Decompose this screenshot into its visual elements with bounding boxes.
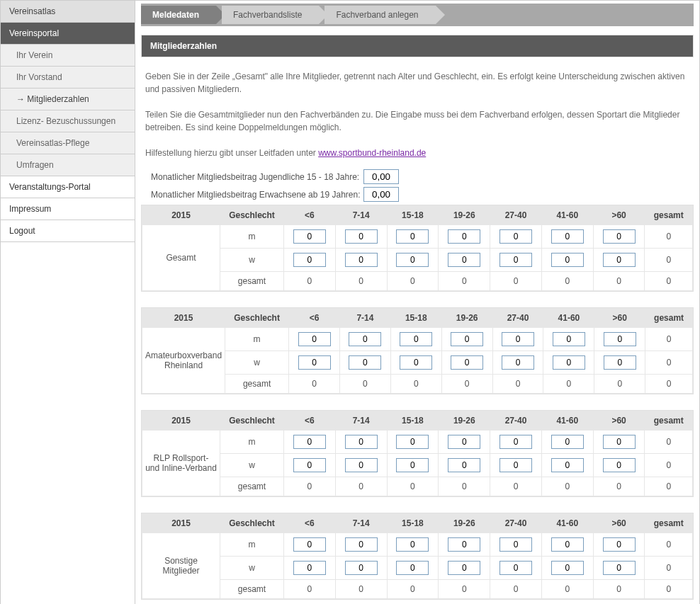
sidebar-item-logout[interactable]: Logout	[1, 220, 135, 242]
input-s4-m-c7[interactable]	[603, 537, 636, 552]
col-c6: 41-60	[541, 411, 593, 431]
tab-fachverband-anlegen[interactable]: Fachverband anlegen	[324, 6, 435, 24]
tab-meldedaten[interactable]: Meldedaten	[141, 6, 216, 24]
col-total: gesamt	[645, 206, 693, 225]
input-s3-w-c5[interactable]	[499, 458, 532, 472]
input-s1-m-c4[interactable]	[448, 229, 480, 244]
input-s1-w-c4[interactable]	[448, 253, 480, 267]
section-name-s2: Amateurboxverband Rheinland	[142, 328, 225, 394]
input-s3-m-c1[interactable]	[293, 435, 326, 449]
col-gender: Geschlecht	[220, 206, 284, 225]
col-year: 2015	[142, 514, 220, 533]
col-c1: <6	[289, 309, 340, 328]
input-s4-m-c3[interactable]	[396, 537, 429, 552]
input-s4-w-c1[interactable]	[293, 561, 326, 575]
sidebar-item-umfragen[interactable]: Umfragen	[1, 154, 135, 176]
input-s2-m-c6[interactable]	[553, 332, 585, 346]
input-s2-w-c2[interactable]	[349, 355, 381, 370]
input-s1-w-c3[interactable]	[396, 253, 429, 267]
input-s1-m-c5[interactable]	[499, 229, 532, 244]
input-s2-w-c7[interactable]	[604, 355, 636, 370]
input-s1-m-c7[interactable]	[603, 229, 636, 244]
input-s4-m-c4[interactable]	[448, 537, 480, 552]
sum-s4-tot: 0	[645, 580, 693, 599]
input-s3-w-c2[interactable]	[345, 458, 378, 472]
input-s4-w-c3[interactable]	[396, 561, 429, 575]
input-s2-m-c4[interactable]	[451, 332, 483, 346]
sidebar-item-vereinsatlas[interactable]: Vereinsatlas	[1, 1, 135, 23]
input-s3-w-c7[interactable]	[603, 458, 636, 472]
panel-mitgliederzahlen: Mitgliederzahlen	[141, 35, 694, 57]
input-s3-w-c6[interactable]	[551, 458, 584, 472]
input-s4-w-c4[interactable]	[448, 561, 480, 575]
input-s1-m-c1[interactable]	[293, 229, 326, 244]
section-s4: 2015Geschlecht<67-1415-1819-2627-4041-60…	[141, 513, 694, 600]
input-s1-m-c2[interactable]	[345, 229, 378, 244]
input-s1-w-c2[interactable]	[345, 253, 378, 267]
input-s3-w-c1[interactable]	[293, 458, 326, 472]
input-s3-m-c5[interactable]	[499, 435, 532, 449]
input-s3-w-c3[interactable]	[396, 458, 429, 472]
input-s2-m-c5[interactable]	[502, 332, 534, 346]
sidebar-item-vereinsportal[interactable]: Vereinsportal	[1, 23, 135, 45]
tab-fachverbandsliste[interactable]: Fachverbandsliste	[222, 6, 319, 24]
input-s2-w-c4[interactable]	[451, 355, 483, 370]
fee-youth-input[interactable]	[363, 169, 399, 184]
input-s3-m-c2[interactable]	[345, 435, 378, 449]
input-s2-w-c3[interactable]	[400, 355, 432, 370]
sum-s2-tot: 0	[645, 375, 693, 394]
input-s3-m-c6[interactable]	[551, 435, 584, 449]
gender-gesamt: gesamt	[220, 272, 284, 291]
gender-m: m	[220, 533, 284, 557]
input-s4-m-c2[interactable]	[345, 537, 378, 552]
total-s2-m: 0	[645, 328, 693, 351]
col-c5: 27-40	[490, 206, 542, 225]
sidebar-item-ihr-vorstand[interactable]: Ihr Vorstand	[1, 67, 135, 89]
col-c6: 41-60	[541, 514, 593, 533]
input-s3-m-c4[interactable]	[448, 435, 480, 449]
sidebar-item-veranstaltungs-portal[interactable]: Veranstaltungs-Portal	[1, 176, 135, 198]
input-s2-w-c1[interactable]	[298, 355, 331, 370]
input-s2-w-c6[interactable]	[553, 355, 585, 370]
input-s1-w-c5[interactable]	[499, 253, 532, 267]
input-s1-w-c6[interactable]	[551, 253, 584, 267]
input-s4-m-c1[interactable]	[293, 537, 326, 552]
input-s2-w-c5[interactable]	[502, 355, 534, 370]
sidebar: Vereinsatlas Vereinsportal Ihr Verein Ih…	[1, 1, 135, 604]
input-s2-m-c7[interactable]	[604, 332, 636, 346]
input-s4-w-c6[interactable]	[551, 561, 584, 575]
sidebar-item-ihr-verein[interactable]: Ihr Verein	[1, 45, 135, 67]
input-s2-m-c3[interactable]	[400, 332, 432, 346]
input-s4-m-c5[interactable]	[499, 537, 532, 552]
input-s4-m-c6[interactable]	[551, 537, 584, 552]
col-total: gesamt	[645, 514, 693, 533]
sum-s3-c5: 0	[490, 477, 542, 496]
col-total: gesamt	[645, 411, 693, 431]
input-s1-w-c1[interactable]	[293, 253, 326, 267]
gender-gesamt: gesamt	[225, 375, 289, 394]
sidebar-item-mitgliederzahlen[interactable]: Mitgliederzahlen	[1, 89, 135, 110]
total-s1-m: 0	[645, 225, 693, 249]
input-s4-w-c2[interactable]	[345, 561, 378, 575]
input-s1-m-c3[interactable]	[396, 229, 429, 244]
input-s1-w-c7[interactable]	[603, 253, 636, 267]
info-link[interactable]: www.sportbund-rheinland.de	[318, 148, 426, 158]
sidebar-item-pflege[interactable]: Vereinsatlas-Pflege	[1, 132, 135, 154]
fee-adult-input[interactable]	[363, 187, 399, 202]
total-s4-w: 0	[645, 557, 693, 580]
total-s1-w: 0	[645, 249, 693, 272]
input-s3-w-c4[interactable]	[448, 458, 480, 472]
input-s2-m-c2[interactable]	[349, 332, 381, 346]
sidebar-item-impressum[interactable]: Impressum	[1, 198, 135, 220]
gender-w: w	[220, 557, 284, 580]
input-s1-m-c6[interactable]	[551, 229, 584, 244]
input-s3-m-c3[interactable]	[396, 435, 429, 449]
panel-title: Mitgliederzahlen	[142, 35, 693, 57]
input-s4-w-c7[interactable]	[603, 561, 636, 575]
input-s4-w-c5[interactable]	[499, 561, 532, 575]
input-s2-m-c1[interactable]	[298, 332, 331, 346]
sum-s3-c6: 0	[541, 477, 593, 496]
input-s3-m-c7[interactable]	[603, 435, 636, 449]
total-s3-w: 0	[645, 454, 693, 477]
sidebar-item-lizenz[interactable]: Lizenz- Bezuschussungen	[1, 110, 135, 132]
